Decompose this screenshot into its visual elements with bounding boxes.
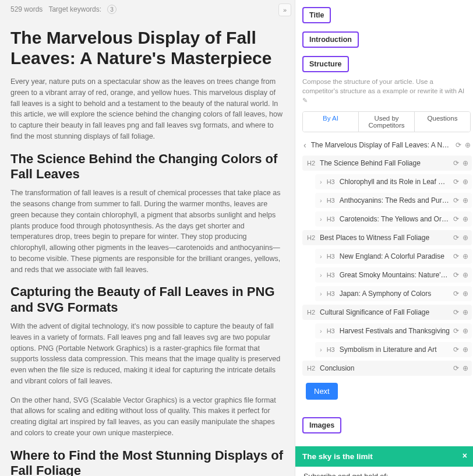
structure-hint: Compose the structure of your article. U…	[302, 77, 473, 105]
heading-level-badge: H2	[307, 365, 315, 372]
breadcrumb: ‹ The Marvelous Display of Fall Leaves: …	[302, 137, 473, 156]
outline-item[interactable]: ›H3New England: A Colorful Paradise⟳⊕	[315, 249, 472, 264]
heading-level-badge: H2	[307, 309, 315, 316]
add-icon[interactable]: ⊕	[463, 327, 468, 335]
article-paragraph[interactable]: The transformation of fall leaves is a r…	[10, 188, 284, 275]
refresh-icon[interactable]: ⟳	[453, 196, 459, 204]
refresh-icon[interactable]: ⟳	[453, 234, 459, 242]
add-icon[interactable]: ⊕	[463, 290, 468, 298]
refresh-icon[interactable]: ⟳	[453, 271, 459, 279]
article-h2[interactable]: Capturing the Beauty of Fall Leaves in P…	[10, 284, 284, 315]
heading-level-badge: H3	[327, 216, 335, 223]
refresh-icon[interactable]: ⟳	[453, 327, 459, 335]
chevron-right-icon: »	[283, 6, 287, 13]
promo-subtitle: Subscribe and get hold of:	[303, 473, 473, 476]
outline-item[interactable]: ›H3Harvest Festivals and Thanksgiving⟳⊕	[315, 323, 472, 339]
editor-panel: 529 words Target keywords: 3 » The Marve…	[0, 0, 295, 476]
refresh-icon[interactable]: ⟳	[453, 345, 459, 354]
next-button[interactable]: Next	[306, 383, 338, 400]
chevron-right-icon: ›	[320, 272, 322, 278]
refresh-icon[interactable]: ⟳	[453, 159, 459, 167]
article-h2[interactable]: The Science Behind the Changing Colors o…	[10, 151, 284, 182]
structure-panel: Title Introduction Structure Compose the…	[295, 0, 473, 476]
outline-item[interactable]: ›H3Chlorophyll and its Role in Leaf Colo…	[315, 174, 472, 189]
add-icon[interactable]: ⊕	[463, 271, 468, 279]
outline-item[interactable]: ›H3Anthocyanins: The Reds and Purples⟳⊕	[315, 193, 472, 208]
article-paragraph[interactable]: On the other hand, SVG (Scalable Vector …	[10, 395, 284, 439]
heading-level-badge: H3	[327, 272, 335, 278]
outline-item-text: New England: A Colorful Paradise	[340, 252, 450, 260]
chevron-right-icon: ›	[320, 253, 322, 260]
outline-item[interactable]: ›H3Carotenoids: The Yellows and Oranges⟳…	[315, 211, 472, 227]
outline-item[interactable]: ›H3Great Smoky Mountains: Nature's Canva…	[315, 267, 472, 283]
article-intro[interactable]: Every year, nature puts on a spectacular…	[10, 76, 284, 142]
outline-item-text: Symbolism in Literature and Art	[340, 345, 450, 354]
outline-item-text: Anthocyanins: The Reds and Purples	[340, 196, 450, 204]
heading-level-badge: H3	[327, 346, 335, 353]
refresh-icon[interactable]: ⟳	[453, 178, 459, 186]
article-h2[interactable]: Where to Find the Most Stunning Displays…	[10, 448, 284, 476]
outline-list: H2The Science Behind Fall Foliage⟳⊕›H3Ch…	[302, 156, 473, 376]
heading-level-badge: H2	[307, 234, 315, 241]
add-icon[interactable]: ⊕	[463, 345, 468, 354]
chevron-right-icon: ›	[320, 346, 322, 353]
chevron-right-icon: ›	[320, 178, 322, 185]
target-keywords-label: Target keywords:	[48, 5, 101, 13]
chevron-right-icon: ›	[320, 197, 322, 204]
add-icon[interactable]: ⊕	[463, 159, 468, 167]
outline-item[interactable]: ›H3Symbolism in Literature and Art⟳⊕	[315, 342, 472, 357]
heading-level-badge: H3	[327, 197, 335, 204]
expand-panel-button[interactable]: »	[278, 3, 291, 16]
chevron-right-icon: ›	[320, 290, 322, 297]
chevron-right-icon: ›	[320, 216, 322, 223]
outline-item-text: Harvest Festivals and Thanksgiving	[340, 327, 450, 335]
structure-section-button[interactable]: Structure	[302, 56, 349, 72]
heading-level-badge: H3	[327, 327, 335, 334]
promo-banner-text: The sky is the limit	[302, 452, 373, 461]
introduction-section-button[interactable]: Introduction	[302, 31, 359, 48]
meta-bar: 529 words Target keywords: 3	[10, 5, 284, 14]
keyword-count-badge[interactable]: 3	[107, 5, 117, 14]
chevron-left-icon[interactable]: ‹	[303, 140, 306, 150]
outline-item-text: Conclusion	[320, 364, 450, 372]
outline-item-text: Japan: A Symphony of Colors	[340, 290, 450, 298]
refresh-icon[interactable]: ⟳	[456, 141, 461, 149]
add-icon[interactable]: ⊕	[463, 364, 468, 372]
heading-level-badge: H3	[327, 178, 335, 185]
breadcrumb-title[interactable]: The Marvelous Display of Fall Leaves: A …	[311, 141, 451, 149]
outline-item-text: Best Places to Witness Fall Foliage	[320, 234, 450, 242]
close-icon[interactable]: ×	[463, 451, 467, 460]
images-section-button[interactable]: Images	[302, 417, 341, 433]
outline-item[interactable]: H2Best Places to Witness Fall Foliage⟳⊕	[302, 230, 472, 245]
add-icon[interactable]: ⊕	[463, 234, 468, 242]
outline-item[interactable]: H2Cultural Significance of Fall Foliage⟳…	[302, 305, 472, 320]
refresh-icon[interactable]: ⟳	[453, 290, 459, 298]
outline-item-text: Great Smoky Mountains: Nature's Canvas	[340, 271, 450, 279]
outline-item-text: Cultural Significance of Fall Foliage	[320, 308, 450, 316]
add-icon[interactable]: ⊕	[463, 178, 468, 186]
article-paragraph[interactable]: With the advent of digital technology, i…	[10, 321, 284, 387]
word-count: 529 words	[10, 5, 43, 13]
tab-by-ai[interactable]: By AI	[303, 112, 359, 132]
add-icon[interactable]: ⊕	[463, 215, 468, 223]
tab-competitors[interactable]: Used by Competitors	[359, 112, 415, 132]
heading-level-badge: H2	[307, 160, 315, 167]
add-icon[interactable]: ⊕	[465, 141, 471, 149]
ai-rewrite-icon[interactable]: ✎	[302, 96, 308, 105]
refresh-icon[interactable]: ⟳	[453, 364, 459, 372]
refresh-icon[interactable]: ⟳	[453, 308, 459, 316]
refresh-icon[interactable]: ⟳	[453, 215, 459, 223]
add-icon[interactable]: ⊕	[463, 308, 468, 316]
title-section-button[interactable]: Title	[302, 7, 331, 23]
tab-questions[interactable]: Questions	[415, 112, 470, 132]
promo-banner: The sky is the limit ×	[295, 446, 473, 467]
article-title[interactable]: The Marvelous Display of Fall Leaves: A …	[10, 28, 284, 68]
outline-item-text: Carotenoids: The Yellows and Oranges	[340, 215, 450, 223]
outline-item[interactable]: ›H3Japan: A Symphony of Colors⟳⊕	[315, 286, 472, 301]
outline-item-text: Chlorophyll and its Role in Leaf Colorat…	[340, 178, 450, 186]
refresh-icon[interactable]: ⟳	[453, 252, 459, 260]
add-icon[interactable]: ⊕	[463, 252, 468, 260]
outline-item[interactable]: H2Conclusion⟳⊕	[302, 361, 472, 376]
outline-item[interactable]: H2The Science Behind Fall Foliage⟳⊕	[302, 156, 472, 171]
add-icon[interactable]: ⊕	[463, 196, 468, 204]
